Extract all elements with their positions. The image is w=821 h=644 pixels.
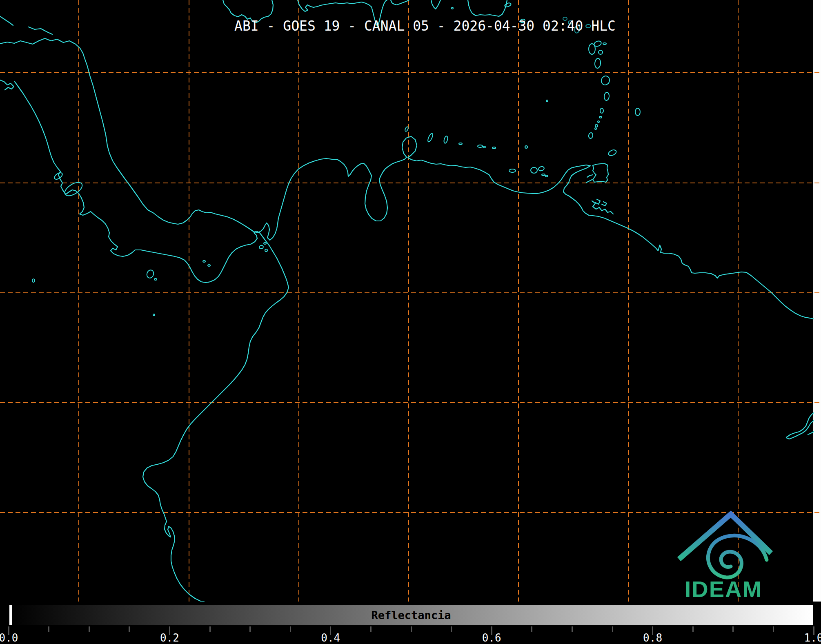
- ideam-swirl-icon: [708, 536, 746, 577]
- scan-edge-strip: [813, 0, 821, 602]
- colorbar-tick-label: 1.0: [804, 632, 821, 644]
- colorbar-minor-tick: [249, 626, 251, 632]
- colorbar-minor-tick: [48, 626, 49, 632]
- colorbar-minor-tick: [692, 626, 694, 632]
- colorbar-tick-label: 0.8: [643, 632, 662, 644]
- colorbar-minor-tick: [209, 626, 211, 632]
- colorbar-minor-tick: [370, 626, 372, 632]
- colorbar-minor-tick: [572, 626, 573, 632]
- colorbar-minor-tick: [89, 626, 90, 632]
- colorbar-label: Reflectancia: [371, 609, 451, 622]
- satellite-image-viewport: ABI - GOES 19 - CANAL 05 - 2026-04-30 02…: [0, 0, 821, 644]
- colorbar: Reflectancia: [9, 604, 814, 626]
- ideam-wordmark: IDEAM: [685, 576, 762, 602]
- colorbar-label-wrap: Reflectancia: [9, 605, 813, 625]
- ideam-logo: IDEAM: [670, 508, 776, 602]
- colorbar-tick-label: 0.4: [321, 632, 340, 644]
- colorbar-minor-tick: [732, 626, 734, 632]
- colorbar-minor-tick: [129, 626, 130, 632]
- image-title: ABI - GOES 19 - CANAL 05 - 2026-04-30 02…: [234, 18, 616, 34]
- colorbar-tick-label: 0.6: [482, 632, 501, 644]
- colorbar-tick-label: 0.0: [0, 632, 18, 644]
- colorbar-tick-label: 0.2: [160, 632, 179, 644]
- colorbar-minor-tick: [612, 626, 613, 632]
- colorbar-minor-tick: [773, 626, 774, 632]
- colorbar-minor-tick: [290, 626, 291, 632]
- colorbar-minor-tick: [451, 626, 452, 632]
- colorbar-minor-tick: [531, 626, 532, 632]
- colorbar-minor-tick: [411, 626, 412, 632]
